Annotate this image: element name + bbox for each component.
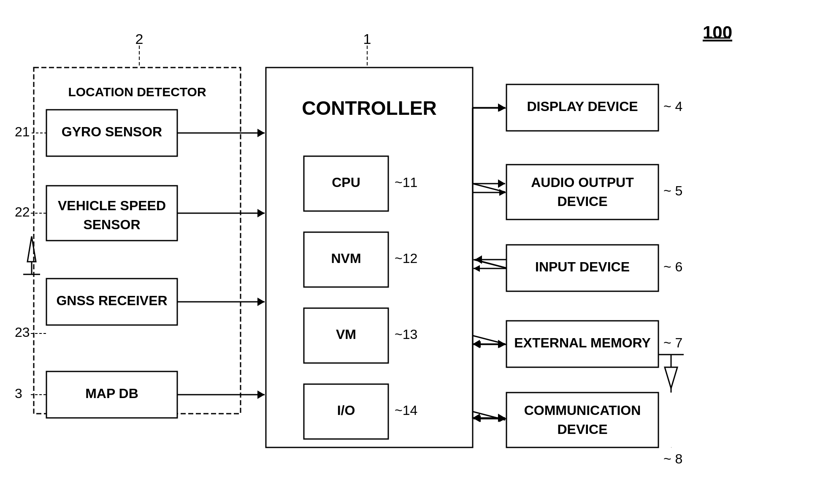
communication-device-label-2: DEVICE — [557, 422, 607, 437]
ref-12: ~12 — [395, 251, 417, 266]
communication-device-box — [506, 393, 658, 447]
ref-4: ~ 4 — [663, 99, 682, 114]
nvm-label: NVM — [331, 251, 361, 266]
svg-marker-29 — [499, 189, 506, 196]
ref-14: ~14 — [395, 403, 417, 418]
ref-23: 23 — [15, 325, 30, 340]
gnss-receiver-label: GNSS RECEIVER — [56, 293, 167, 308]
vehicle-speed-label-1: VEHICLE SPEED — [58, 198, 166, 213]
gyro-arrow — [257, 129, 265, 137]
ref-11: ~11 — [395, 175, 417, 190]
ref-3: 3 — [15, 386, 22, 401]
ref-100: 100 — [703, 22, 732, 42]
vss-arrow — [257, 209, 265, 217]
audio-arrow — [498, 179, 505, 188]
ref-1: 1 — [363, 31, 371, 47]
location-detector-label: LOCATION DETECTOR — [68, 85, 206, 99]
svg-marker-34 — [499, 341, 506, 348]
ref-7: ~ 7 — [663, 335, 682, 350]
vm-label: VM — [336, 327, 356, 342]
audio-output-label-1: AUDIO OUTPUT — [531, 175, 634, 190]
ref-2: 2 — [135, 31, 143, 47]
ref-22: 22 — [15, 204, 30, 219]
external-memory-label: EXTERNAL MEMORY — [514, 335, 651, 350]
display-device-label: DISPLAY DEVICE — [527, 99, 638, 114]
ref-8: ~ 8 — [663, 451, 682, 466]
svg-marker-32 — [474, 265, 480, 272]
ref-5: ~ 5 — [663, 183, 682, 198]
io-label: I/O — [337, 403, 355, 418]
ref-21: 21 — [15, 124, 30, 139]
vehicle-speed-label-2: SENSOR — [83, 217, 140, 232]
gyro-sensor-label: GYRO SENSOR — [62, 124, 162, 139]
diagram-container: 100 1 2 CONTROLLER CPU ~11 NVM ~12 VM ~1… — [0, 0, 831, 504]
communication-device-label-1: COMMUNICATION — [524, 403, 641, 418]
cpu-label: CPU — [332, 175, 360, 190]
gnss-arrow — [257, 298, 265, 306]
audio-output-box — [506, 165, 658, 219]
audio-output-label-2: DEVICE — [557, 194, 607, 209]
ref-13: ~13 — [395, 327, 417, 342]
input-device-label: INPUT DEVICE — [535, 259, 630, 274]
map-db-label: MAP DB — [85, 386, 138, 401]
antenna-8 — [665, 367, 677, 388]
svg-marker-27 — [499, 105, 506, 111]
mapdb-arrow — [257, 390, 265, 399]
ref-6: ~ 6 — [663, 259, 682, 274]
controller-label: CONTROLLER — [302, 97, 436, 119]
